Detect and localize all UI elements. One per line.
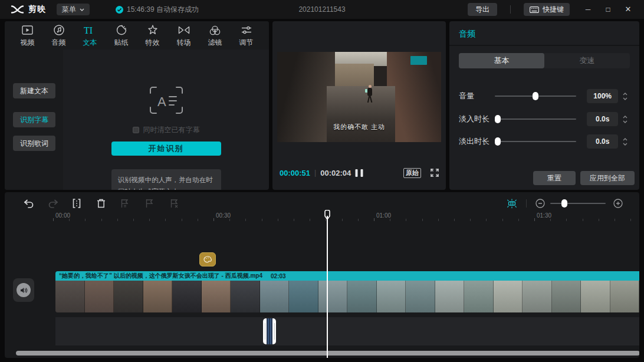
adjustment-clip[interactable] [199,252,216,266]
toolbar-divider [526,199,527,208]
tab-basic[interactable]: 基本 [459,53,544,68]
fade-out-slider-thumb[interactable] [495,137,501,146]
tab-adjust[interactable]: 调节 [231,21,262,50]
audio-settings-panel: 音频 基本 变速 音量 100% 淡入时长 0.0s [449,21,639,190]
svg-text:TI: TI [84,25,93,35]
remove-beat-flag-icon[interactable] [168,198,180,209]
zoom-out-icon[interactable] [534,198,546,209]
timeline-zoom-thumb[interactable] [561,199,567,208]
playhead-line [327,216,328,358]
undo-button[interactable] [22,198,34,209]
fade-in-slider[interactable] [495,115,576,123]
venn-circles-icon [209,24,221,36]
media-library-panel: 视频 音频 TI 文本 贴纸 [5,21,269,190]
track-mute-button[interactable] [13,278,34,302]
secondary-track[interactable] [55,317,639,345]
recognition-description: 识别视频中的人声，并自动在时间轴上生成字幕文本。 [111,169,221,190]
titlebar-divider [510,5,511,14]
panel-title: 音频 [459,29,475,40]
original-quality-button[interactable]: 原始 [403,168,421,178]
redo-button[interactable] [47,198,59,209]
preview-panel: 我的确不敢 主动 00:00:51 | 00:02:04 原始 [272,21,446,190]
selected-subclip[interactable] [263,318,276,344]
auto-caption-icon: A [149,86,183,114]
tab-audio[interactable]: 音频 [43,21,74,50]
total-duration: 00:02:04 [320,169,351,177]
timeline-zoom-slider[interactable] [550,199,606,208]
clear-existing-label: 同时清空已有字幕 [143,125,200,135]
check-circle-icon [116,6,123,14]
auto-beat-flag-icon[interactable] [119,198,130,209]
svg-text:A: A [157,94,166,109]
tab-speed[interactable]: 变速 [544,53,630,68]
add-beat-flag-icon[interactable] [143,198,155,209]
reset-button[interactable]: 重置 [533,171,576,185]
split-clip-button[interactable] [71,198,83,209]
time-divider: | [314,169,316,177]
fade-in-stepper[interactable] [620,112,630,126]
apply-to-all-button[interactable]: 应用到全部 [580,171,635,185]
bowtie-icon [178,24,190,36]
tab-video[interactable]: 视频 [12,21,43,50]
menu-button[interactable]: 菜单 [57,4,90,15]
pause-button[interactable] [356,169,363,177]
fade-out-stepper[interactable] [620,134,630,149]
playhead[interactable] [324,210,330,358]
clear-existing-checkbox[interactable] [133,127,139,133]
volume-slider-thumb[interactable] [533,92,538,100]
text-sidebar: 新建文本 识别字幕 识别歌词 [5,50,63,190]
video-clip[interactable]: “她要的，我给不了” 以后的视频，这个俄罗斯女孩不会出现了 - 西瓜视频.mp4… [55,271,639,312]
fullscreen-icon[interactable] [431,169,439,177]
magnetic-snap-icon[interactable] [506,198,518,209]
maximize-button[interactable]: □ [598,0,618,19]
sidebar-item-recognize-lyrics[interactable]: 识别歌词 [13,136,55,151]
palette-icon [203,256,212,263]
preview-dancer [367,85,373,103]
capcut-logo-icon [11,5,24,14]
zoom-in-icon[interactable] [612,198,624,209]
recognize-subtitles-pane: A 同时清空已有字幕 开始识别 识别视频中的人声，并自动在时间轴上生成字幕文本。 [63,50,269,190]
speaker-icon [20,287,28,294]
text-icon: TI [84,24,97,36]
capcut-window: 剪映 菜单 15:46:39 自动保存成功 202101211543 导出 [0,0,644,362]
shortcuts-button[interactable]: 快捷键 [524,3,570,16]
tab-transitions[interactable]: 转场 [168,21,199,50]
sidebar-item-recognize-subtitles[interactable]: 识别字幕 [13,112,55,127]
titlebar: 剪映 菜单 15:46:39 自动保存成功 202101211543 导出 [0,0,644,19]
video-clip-title: “她要的，我给不了” 以后的视频，这个俄罗斯女孩不会出现了 - 西瓜视频.mp4 [59,272,262,280]
current-time: 00:00:51 [280,169,310,177]
fade-in-value[interactable]: 0.0s [587,112,618,126]
panel-divider [449,45,639,46]
fade-in-slider-thumb[interactable] [495,115,501,123]
subclip-thumbnail [267,318,272,344]
app-name: 剪映 [28,4,46,15]
app-logo: 剪映 [11,4,46,15]
sidebar-item-new-text[interactable]: 新建文本 [13,83,55,98]
tab-filters[interactable]: 滤镜 [199,21,231,50]
minimize-button[interactable]: ─ [578,0,598,19]
fade-out-value[interactable]: 0.0s [587,134,618,149]
fade-in-row: 淡入时长 0.0s [459,112,630,126]
volume-stepper[interactable] [620,89,630,103]
preview-street [327,86,395,142]
preview-teal-sign [410,56,427,65]
volume-slider[interactable] [495,92,576,100]
tab-sticker[interactable]: 贴纸 [106,21,137,50]
timeline-ruler[interactable]: 00:0000:3001:0001:30 [5,211,639,222]
tab-text[interactable]: TI 文本 [74,21,106,50]
fade-out-row: 淡出时长 0.0s [459,134,630,149]
fade-out-slider[interactable] [495,137,576,146]
close-button[interactable]: ✕ [618,0,638,19]
delete-clip-button[interactable] [95,198,107,209]
video-clip-duration: 02:03 [271,273,286,279]
start-recognition-button[interactable]: 开始识别 [111,141,221,156]
timeline-panel: 00:0000:3001:0001:30 “她要的，我给不了” 以后的视频，这个… [5,192,639,358]
preview-canvas[interactable]: 我的确不敢 主动 [277,52,441,142]
tab-effects[interactable]: 特效 [137,21,168,50]
volume-value[interactable]: 100% [587,89,618,103]
music-note-icon [54,24,64,36]
keyboard-icon [530,6,539,13]
export-button[interactable]: 导出 [468,3,497,16]
video-icon [22,24,33,36]
video-clip-header: “她要的，我给不了” 以后的视频，这个俄罗斯女孩不会出现了 - 西瓜视频.mp4… [55,271,639,281]
